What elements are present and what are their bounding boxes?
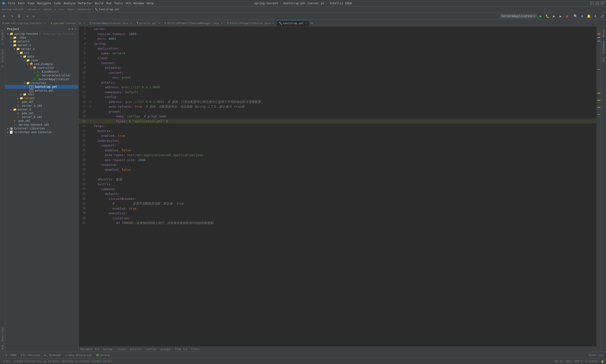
todo-tool-button[interactable]: ✓ 6: TODO xyxy=(1,353,18,357)
tab-pom-spring[interactable]: X pom.xml (spring-tencent) × xyxy=(0,20,49,26)
toolbar-forward[interactable]: ▷ xyxy=(31,13,37,19)
indent[interactable]: 2 spaces xyxy=(585,360,598,363)
encoding[interactable]: UTF-8 xyxy=(575,360,583,363)
menu-file[interactable]: File xyxy=(8,2,15,5)
structure-tool-window[interactable]: 2: Structure xyxy=(0,47,5,69)
tree-item-src[interactable]: ▼ 📁 src xyxy=(5,51,78,55)
close-icon[interactable]: × xyxy=(83,22,85,25)
tree-item-serverapplication[interactable]: C ServerAApplication xyxy=(5,77,78,81)
close-icon[interactable]: × xyxy=(130,22,132,25)
close-button[interactable]: ✕ xyxy=(601,2,604,5)
tree-item-polaris[interactable]: ▶ 📁 polaris xyxy=(5,39,78,43)
toolbar-settings[interactable]: ⚙ xyxy=(1,13,7,19)
breadcrumb-polaris[interactable]: polaris: xyxy=(130,348,143,351)
run-config-selector[interactable]: ServerAApplication ▾ xyxy=(500,14,537,18)
vcs-status[interactable]: ⎇ Git xyxy=(2,360,11,363)
window-controls[interactable]: ─ □ ✕ xyxy=(590,2,604,5)
tree-item-pom-root[interactable]: X pom.xml xyxy=(5,119,78,123)
translate-btn[interactable]: A xyxy=(592,13,598,19)
profile-button[interactable]: ▶ xyxy=(557,13,564,19)
tree-item-bootstrap-yml[interactable]: Y bootstrap.yml xyxy=(5,85,78,89)
tree-item-main[interactable]: ▼ 📁 main xyxy=(5,55,78,58)
tree-item-ajaxresult[interactable]: C AjaxResult xyxy=(5,70,78,74)
search-everywhere-btn[interactable]: 🔍 xyxy=(572,13,579,19)
menu-edit[interactable]: Edit xyxy=(18,2,25,5)
java-enterprise-tool-button[interactable]: ☕ Java Enterprise xyxy=(64,353,94,357)
tree-item-test[interactable]: ▶ 📁 test xyxy=(5,92,78,96)
tree-item-server-a-iml[interactable]: I server_a.iml xyxy=(5,104,78,108)
close-icon[interactable]: × xyxy=(305,22,307,25)
tree-item-pom-server-a[interactable]: X pom.xml xyxy=(5,100,78,104)
collapse-icon[interactable]: ↕ xyxy=(75,27,77,31)
menu-tools[interactable]: Tools xyxy=(114,2,123,5)
event-log-button[interactable]: Event Log xyxy=(587,353,605,357)
menu-help[interactable]: Help xyxy=(147,2,154,5)
tree-item-idea[interactable]: ▶ 📁 .idea xyxy=(5,36,78,39)
tab-scroll-right[interactable]: ≫ xyxy=(310,22,314,25)
breadcrumb-spring[interactable]: spring: xyxy=(103,348,114,351)
menu-view[interactable]: View xyxy=(28,2,35,5)
tree-item-server-s[interactable]: ▼ 📁 server_s xyxy=(5,43,78,47)
breadcrumb-part[interactable]: server_a xyxy=(43,8,56,11)
gear-icon[interactable]: ⚙ xyxy=(68,27,70,31)
breadcrumb-part[interactable]: resources xyxy=(77,8,91,11)
layout-icon[interactable]: ⊞ xyxy=(72,27,73,31)
menu-refactor[interactable]: Refactor xyxy=(78,2,92,5)
close-icon[interactable]: × xyxy=(44,22,46,25)
breadcrumb-groups[interactable]: groups: xyxy=(161,348,171,351)
web-tool-window[interactable]: Web xyxy=(0,343,5,352)
breadcrumb-config[interactable]: config: xyxy=(146,348,157,351)
tab-polaris-yml[interactable]: Y polaris.yml × xyxy=(134,20,162,26)
tree-item-spring-tencent[interactable]: ▼ 📁 spring-tencent D:\Demo\spring-tencen… xyxy=(5,32,78,36)
breadcrumb-files[interactable]: files: xyxy=(191,348,201,351)
breadcrumb-item[interactable]: Item 1/1 xyxy=(175,348,188,351)
database-tool-window[interactable]: Database xyxy=(601,39,606,55)
code-editor[interactable]: 1 server: 2 session-timeout: 1800 3 port… xyxy=(79,26,596,347)
cursor-position[interactable]: 20:41 xyxy=(555,360,563,363)
terminal-tool-button[interactable]: ▶_ Terminal xyxy=(43,353,63,357)
tree-item-scratches[interactable]: ▶ 📝 Scratches and Consoles xyxy=(5,130,78,134)
toolbar-back[interactable]: ◁ xyxy=(24,13,30,19)
tree-item-server-b[interactable]: ▶ 📁 server_b xyxy=(5,108,78,111)
breadcrumb-part[interactable]: src xyxy=(59,8,64,11)
maven-tool-window[interactable]: Maven xyxy=(601,27,606,39)
breadcrumb-part[interactable]: main xyxy=(67,8,74,11)
stop-button[interactable]: ■ xyxy=(564,13,570,19)
tree-item-pom-server-b[interactable]: X pom.xml xyxy=(5,111,78,115)
menu-run[interactable]: Run xyxy=(106,2,111,5)
menu-navigate[interactable]: Navigate xyxy=(37,2,51,5)
tree-item-com-example[interactable]: ▼ 📦 com.example xyxy=(5,62,78,66)
breadcrumb-part[interactable]: server_s xyxy=(27,8,40,11)
close-icon[interactable]: × xyxy=(272,22,274,25)
debug-button[interactable]: 🐛 xyxy=(544,13,550,19)
run-button[interactable]: ▶ xyxy=(538,13,544,19)
menu-code[interactable]: Code xyxy=(54,2,61,5)
tab-polaris-manager[interactable]: C PolarisPropertySourceManager.java × xyxy=(162,20,225,26)
menu-window[interactable]: Window xyxy=(134,2,144,5)
notifications-btn[interactable]: 🔔 xyxy=(586,13,592,19)
toolbar-comment[interactable]: ✎ xyxy=(9,13,15,19)
spring-tool-button[interactable]: 🌿 Spring xyxy=(94,353,111,357)
settings-btn[interactable]: ⚙ xyxy=(579,13,585,19)
tab-bootstrap-yml[interactable]: 🔧 bootstrap.yml × xyxy=(276,20,310,26)
tree-item-java[interactable]: ▼ 📁 java xyxy=(5,58,78,62)
breadcrumb-part[interactable]: spring-tencent xyxy=(2,8,24,11)
tree-item-server-a[interactable]: ▼ 📁 server_a xyxy=(5,47,78,51)
vcs-btn[interactable]: ⎇ xyxy=(599,13,605,19)
tree-item-spring-tencent-iml[interactable]: I spring-tencent.iml xyxy=(5,123,78,127)
tree-item-server-b-iml[interactable]: I server_b.iml xyxy=(5,115,78,119)
breadcrumb-cloud[interactable]: cloud: xyxy=(117,348,127,351)
tree-item-target[interactable]: ▶ 📁 target xyxy=(5,96,78,100)
coverage-button[interactable]: ▶ xyxy=(551,13,557,19)
menu-analyze[interactable]: Analyze xyxy=(63,2,76,5)
minimize-button[interactable]: ─ xyxy=(590,2,594,5)
maximize-button[interactable]: □ xyxy=(596,2,599,5)
tab-pom-server-s[interactable]: X pom.xml (server_s) × xyxy=(49,20,88,26)
menu-vcs[interactable]: VCS xyxy=(126,2,131,5)
line-separator[interactable]: CRLF xyxy=(566,360,572,363)
close-icon[interactable]: × xyxy=(221,22,222,25)
tab-polaris-source[interactable]: C PolarisPropertySource.java × xyxy=(225,20,276,26)
project-tool-window[interactable]: 1: Project xyxy=(0,27,5,47)
services-tool-button[interactable]: ⚙ 8: Services xyxy=(19,353,42,357)
toolbar-structure[interactable]: ☰ xyxy=(16,13,22,19)
